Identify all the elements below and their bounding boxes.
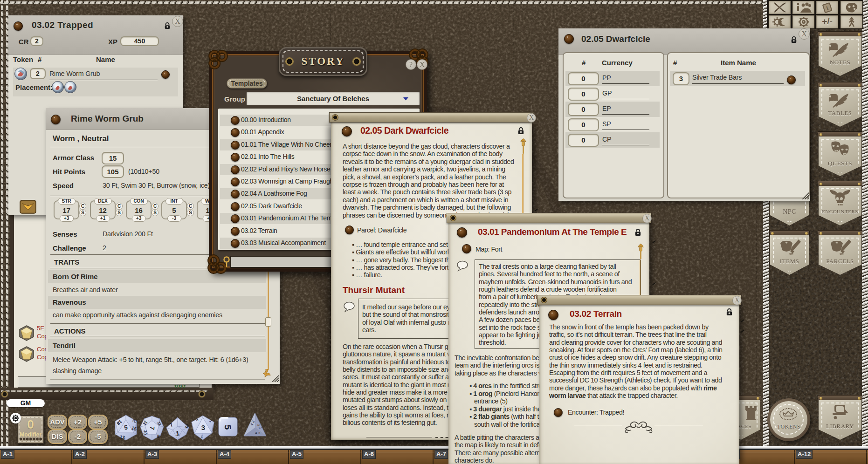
svg-text:2: 2 bbox=[200, 435, 203, 439]
svg-text:7: 7 bbox=[149, 426, 156, 430]
svg-text:5: 5 bbox=[223, 425, 233, 430]
svg-text:4 3: 4 3 bbox=[255, 431, 261, 435]
svg-text:10: 10 bbox=[143, 430, 148, 435]
svg-text:3: 3 bbox=[201, 423, 205, 431]
svg-text:8: 8 bbox=[157, 434, 160, 439]
